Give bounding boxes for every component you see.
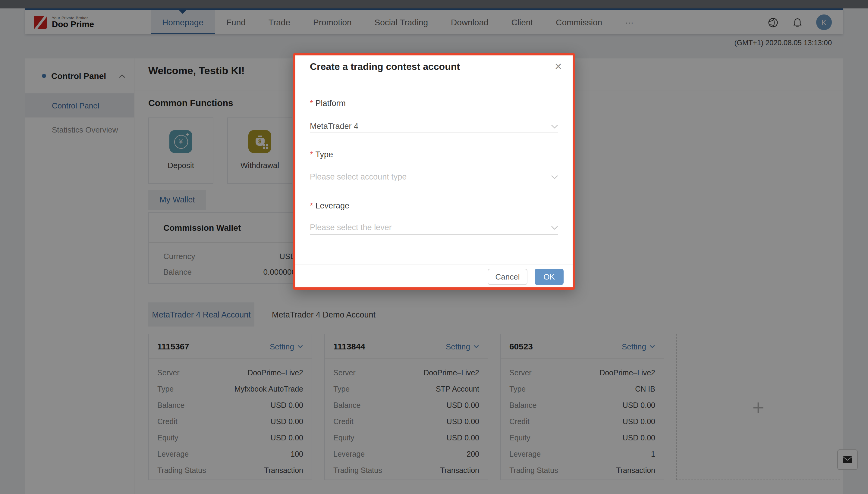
- type-field-label: *Type: [310, 150, 333, 159]
- chevron-down-icon: [551, 124, 558, 129]
- chevron-down-icon: [551, 225, 558, 230]
- divider: [295, 81, 573, 81]
- required-asterisk: *: [310, 99, 313, 108]
- leverage-select[interactable]: Please select the lever: [310, 221, 558, 234]
- divider: [295, 264, 573, 264]
- platform-select[interactable]: MetaTrader 4: [310, 120, 558, 133]
- input-underline: [310, 234, 558, 235]
- cancel-button[interactable]: Cancel: [488, 269, 528, 285]
- required-asterisk: *: [310, 201, 313, 210]
- chevron-down-icon: [551, 174, 558, 179]
- required-asterisk: *: [310, 150, 313, 159]
- platform-field-label: *Platform: [310, 99, 346, 108]
- leverage-field-label: *Leverage: [310, 201, 349, 210]
- type-select[interactable]: Please select account type: [310, 170, 558, 183]
- modal-title: Create a trading contest account: [310, 61, 460, 72]
- input-underline: [310, 133, 558, 133]
- close-icon[interactable]: ×: [555, 59, 562, 74]
- create-trading-contest-account-modal: Create a trading contest account × *Plat…: [293, 53, 575, 290]
- page: Your Private Broker Doo Prime Homepage F…: [0, 0, 868, 494]
- input-underline: [310, 184, 558, 184]
- ok-button[interactable]: OK: [535, 269, 564, 285]
